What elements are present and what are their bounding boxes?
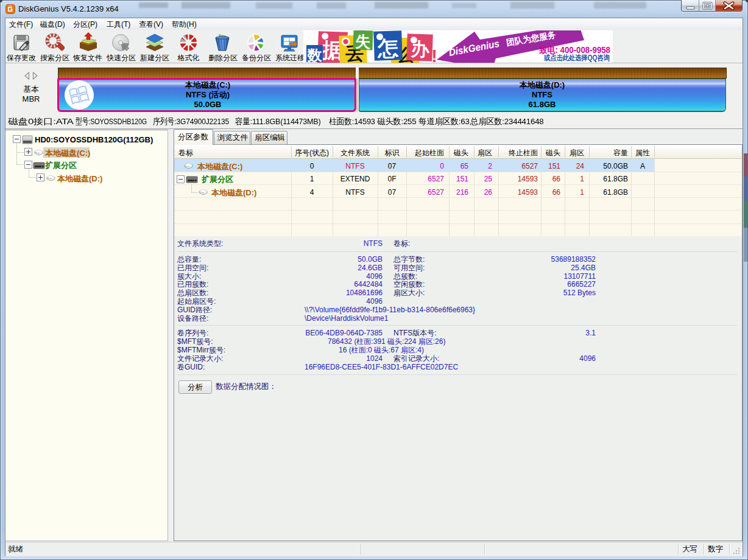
svg-text:!: ! bbox=[431, 46, 437, 63]
svg-text:办: 办 bbox=[410, 38, 430, 59]
svg-text:或点击此处选择QQ咨询: 或点击此处选择QQ咨询 bbox=[543, 54, 610, 62]
svg-text:怎: 怎 bbox=[376, 36, 398, 60]
svg-text:数: 数 bbox=[307, 47, 323, 63]
svg-text:失: 失 bbox=[355, 33, 372, 51]
